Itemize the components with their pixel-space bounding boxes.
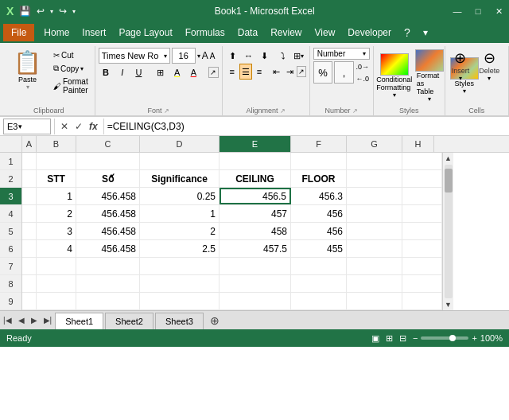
table-dropdown-icon[interactable]: ▾ xyxy=(428,95,431,103)
cell-b6[interactable]: 4 xyxy=(37,240,76,257)
merge-button[interactable]: ⊞ ▾ xyxy=(291,48,306,64)
cell-g6[interactable] xyxy=(347,240,402,257)
paste-button[interactable]: 📋 Paste ▾ xyxy=(6,48,49,95)
format-as-table-button[interactable]: Formatas Table ▾ xyxy=(412,48,447,104)
insert-dropdown-icon[interactable]: ▾ xyxy=(459,75,462,82)
cell-f5[interactable]: 456 xyxy=(291,223,347,239)
cell-c9[interactable] xyxy=(76,293,140,309)
cell-g1[interactable] xyxy=(347,153,402,169)
cell-b8[interactable] xyxy=(37,275,76,292)
increase-decimal-button[interactable]: .0→ xyxy=(356,61,370,72)
name-box-dropdown-icon[interactable]: ▾ xyxy=(18,122,22,130)
cell-f9[interactable] xyxy=(291,293,347,309)
undo-dropdown-icon[interactable]: ▾ xyxy=(49,7,55,16)
font-name-dropdown-icon[interactable]: ▾ xyxy=(164,52,167,60)
insert-menu[interactable]: Insert xyxy=(76,24,112,41)
format-painter-button[interactable]: 🖌 Format Painter xyxy=(50,76,91,96)
comma-button[interactable]: , xyxy=(334,61,354,84)
cell-a2[interactable] xyxy=(22,170,37,187)
row-num-7[interactable]: 7 xyxy=(0,258,21,275)
vertical-scrollbar[interactable]: ▲ ▼ xyxy=(442,153,453,310)
col-header-h[interactable]: H xyxy=(402,136,434,152)
pagelayout-menu[interactable]: Page Layout xyxy=(112,24,178,41)
cell-e9[interactable] xyxy=(220,293,291,309)
font-color-button[interactable]: A xyxy=(186,64,201,80)
confirm-formula-icon[interactable]: ✓ xyxy=(72,119,85,134)
font-name-box[interactable]: Times New Ro ▾ xyxy=(99,48,170,64)
cell-g5[interactable] xyxy=(347,223,402,239)
decrease-decimal-button[interactable]: ←.0 xyxy=(356,73,370,84)
cell-b1[interactable] xyxy=(37,153,76,169)
zoom-in-button[interactable]: + xyxy=(472,333,476,343)
conditional-dropdown-icon[interactable]: ▾ xyxy=(393,91,396,99)
italic-button[interactable]: I xyxy=(115,64,130,80)
cell-d2[interactable]: Significance xyxy=(140,170,220,187)
border-button[interactable]: ⊞ xyxy=(153,64,169,80)
row-num-5[interactable]: 5 xyxy=(0,223,21,240)
underline-button[interactable]: U xyxy=(131,64,146,80)
cell-e5[interactable]: 458 xyxy=(220,223,291,239)
cell-e6[interactable]: 457.5 xyxy=(220,240,291,257)
cell-c2[interactable]: Số xyxy=(76,170,140,187)
col-header-g[interactable]: G xyxy=(347,136,402,152)
sheet-nav-last-icon[interactable]: ▶| xyxy=(41,314,56,326)
cell-g9[interactable] xyxy=(347,293,402,309)
row-num-8[interactable]: 8 xyxy=(0,275,21,293)
top-align-button[interactable]: ⬆ xyxy=(226,48,241,64)
minimize-button[interactable]: — xyxy=(447,0,468,22)
cell-h3[interactable] xyxy=(402,188,442,204)
cell-a1[interactable] xyxy=(22,153,37,169)
left-align-button[interactable]: ≡ xyxy=(226,64,239,80)
file-menu[interactable]: File xyxy=(3,24,34,41)
cell-d4[interactable]: 1 xyxy=(140,205,220,222)
copy-dropdown-icon[interactable]: ▾ xyxy=(80,65,84,72)
font-expand-icon[interactable]: ↗ xyxy=(164,107,169,115)
number-expand-icon[interactable]: ↗ xyxy=(352,107,358,115)
cell-e3[interactable]: 456.5 xyxy=(220,188,291,204)
sheet-nav-prev-icon[interactable]: ◀ xyxy=(15,314,28,326)
cell-c1[interactable] xyxy=(76,153,140,169)
cell-e1[interactable] xyxy=(220,153,291,169)
select-all-button[interactable] xyxy=(0,136,22,152)
cell-e4[interactable]: 457 xyxy=(220,205,291,222)
scroll-down-button[interactable]: ▼ xyxy=(445,299,452,310)
cancel-formula-icon[interactable]: ✕ xyxy=(58,119,71,134)
view-layout-icon[interactable]: ⊞ xyxy=(386,333,393,344)
cell-d3[interactable]: 0.25 xyxy=(140,188,220,204)
percent-button[interactable]: % xyxy=(313,61,333,84)
number-format-dropdown-icon[interactable]: ▾ xyxy=(363,50,366,57)
cell-c5[interactable]: 456.458 xyxy=(76,223,140,239)
cell-a6[interactable] xyxy=(22,240,37,257)
qa-more-icon[interactable]: ▾ xyxy=(71,7,77,16)
help-icon[interactable]: ? xyxy=(398,24,417,41)
cell-g4[interactable] xyxy=(347,205,402,222)
cell-d8[interactable] xyxy=(140,275,220,292)
sheet-tab-1[interactable]: Sheet1 xyxy=(55,313,103,330)
cell-h2[interactable] xyxy=(402,170,442,187)
cell-h1[interactable] xyxy=(402,153,442,169)
scroll-up-button[interactable]: ▲ xyxy=(445,153,452,164)
zoom-thumb[interactable] xyxy=(449,335,456,341)
wrap-text-button[interactable]: ⤵ xyxy=(275,48,290,64)
cell-c6[interactable]: 456.458 xyxy=(76,240,140,257)
bold-button[interactable]: B xyxy=(99,64,114,80)
cell-h9[interactable] xyxy=(402,293,442,309)
cell-h8[interactable] xyxy=(402,275,442,292)
view-page-break-icon[interactable]: ⊟ xyxy=(399,333,406,344)
cell-b3[interactable]: 1 xyxy=(37,188,76,204)
cell-f3[interactable]: 456.3 xyxy=(291,188,347,204)
cut-button[interactable]: ✂ Cut xyxy=(50,49,91,61)
redo-icon[interactable]: ↪ xyxy=(57,5,68,18)
zoom-out-button[interactable]: − xyxy=(413,333,418,343)
formulas-menu[interactable]: Formulas xyxy=(179,24,231,41)
cell-f8[interactable] xyxy=(291,275,347,292)
col-header-c[interactable]: C xyxy=(76,136,140,152)
developer-menu[interactable]: Developer xyxy=(341,24,398,41)
cell-g3[interactable] xyxy=(347,188,402,204)
cell-a7[interactable] xyxy=(22,258,37,274)
row-num-1[interactable]: 1 xyxy=(0,153,21,170)
decrease-font-icon[interactable]: A xyxy=(210,52,216,60)
cell-d1[interactable] xyxy=(140,153,220,169)
cell-b5[interactable]: 3 xyxy=(37,223,76,239)
fill-color-button[interactable]: A xyxy=(169,64,185,80)
